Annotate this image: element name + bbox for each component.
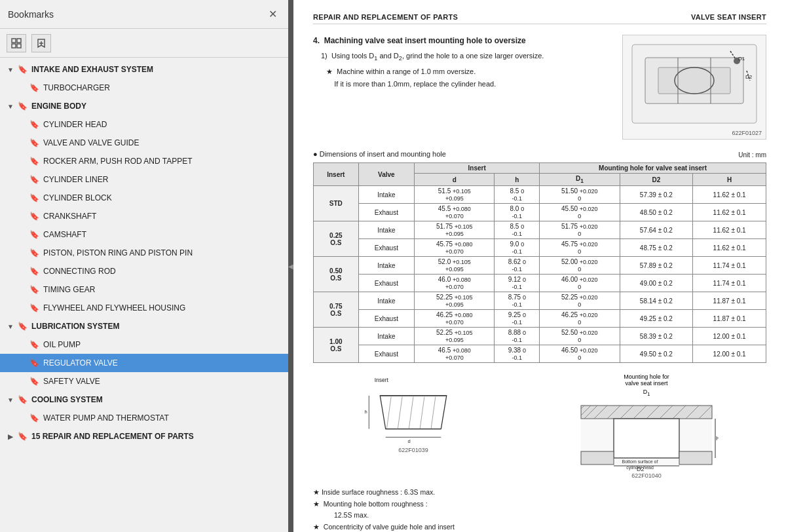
- sidebar-label-repair15: 15 REPAIR AND REPLACEMENT OF PARTS: [31, 432, 194, 441]
- svg-text:cylinder head: cylinder head: [626, 465, 654, 470]
- bookmark-icon-water-pump: 🔖: [29, 413, 39, 423]
- svg-marker-18: [380, 396, 447, 429]
- bookmark-icon-regulator-valve: 🔖: [29, 358, 39, 368]
- svg-rect-45: [581, 451, 614, 465]
- svg-rect-44: [614, 419, 679, 458]
- bookmark-icon-turbocharger: 🔖: [29, 83, 39, 93]
- sidebar-label-timing-gear: TIMING GEAR: [43, 285, 95, 294]
- expand-arrow-lubrication: ▼: [5, 321, 16, 332]
- sidebar-item-oil-pump[interactable]: 🔖 OIL PUMP: [0, 335, 288, 354]
- sidebar-label-regulator-valve: REGULATOR VALVE: [43, 358, 118, 368]
- sidebar-label-rocker-arm: ROCKER ARM, PUSH ROD AND TAPPET: [43, 157, 193, 166]
- sidebar-item-turbocharger[interactable]: 🔖 TURBOCHARGER: [0, 79, 288, 97]
- svg-rect-8: [658, 67, 730, 94]
- sidebar-item-rocker-arm[interactable]: 🔖 ROCKER ARM, PUSH ROD AND TAPPET: [0, 152, 288, 170]
- svg-text:Bottom surface of: Bottom surface of: [622, 459, 658, 464]
- step-title: 4. Machining valve seat insert mounting …: [313, 35, 612, 47]
- sidebar-item-cylinder-liner[interactable]: 🔖 CYLINDER LINER: [0, 170, 288, 189]
- sidebar-item-lubrication[interactable]: ▼ 🔖 LUBRICATION SYSTEM: [0, 317, 288, 335]
- notes-section: ★ Inside surface roughness : 6.3S max. ★…: [313, 487, 766, 532]
- bookmark-icon-connecting-rod: 🔖: [29, 266, 39, 276]
- table-row: Exhaust 46.25 +0.080+0.070 9.25 0-0.1 46…: [314, 310, 766, 328]
- bookmark-icon-crankshaft: 🔖: [29, 211, 39, 221]
- svg-text:D2: D2: [745, 74, 753, 80]
- sidebar-content[interactable]: ▼ 🔖 INTAKE AND EXHAUST SYSTEM 🔖 TURBOCHA…: [0, 58, 288, 532]
- doc-header: REPAIR AND REPLACEMENT OF PARTS VALVE SE…: [313, 13, 766, 24]
- sidebar-item-repair-15[interactable]: ▶ 🔖 15 REPAIR AND REPLACEMENT OF PARTS: [0, 427, 288, 446]
- sidebar-item-connecting-rod[interactable]: 🔖 CONNECTING ROD: [0, 262, 288, 280]
- insert-diagram-svg: Insert h d: [361, 373, 466, 446]
- sidebar-label-oil-pump: OIL PUMP: [43, 340, 81, 349]
- sidebar-label-turbocharger: TURBOCHARGER: [43, 83, 110, 92]
- bookmark-add-icon: [36, 38, 47, 48]
- sidebar-item-piston[interactable]: 🔖 PISTON, PISTON RING AND PISTON PIN: [0, 244, 288, 262]
- diagram-section: Insert h d 622F01039 Mountin: [313, 373, 766, 479]
- bookmark-icon-repair15: 🔖: [17, 431, 28, 442]
- table-row: 1.00O.S Intake 52.25 +0.105+0.095 8.88 0…: [314, 328, 766, 345]
- bookmark-icon-engine: 🔖: [17, 101, 28, 111]
- col-d: d: [415, 174, 495, 186]
- sidebar-item-regulator-valve[interactable]: 🔖 REGULATOR VALVE: [0, 354, 288, 372]
- diagram2-subtitle: D1: [643, 389, 650, 397]
- note1: ★ Inside surface roughness : 6.3S max.: [313, 487, 766, 499]
- col-d2: D2: [620, 174, 693, 186]
- sidebar-header: Bookmarks ✕: [0, 0, 288, 29]
- svg-text:D1: D1: [738, 56, 745, 62]
- main-content: REPAIR AND REPLACEMENT OF PARTS VALVE SE…: [293, 0, 786, 532]
- sidebar-label-piston: PISTON, PISTON RING AND PISTON PIN: [43, 248, 193, 257]
- diagram2-title: Mounting hole forvalve seat insert: [624, 373, 669, 387]
- grid-view-button[interactable]: [7, 34, 26, 52]
- bookmark-icon-intake: 🔖: [17, 64, 28, 75]
- sidebar-item-water-pump[interactable]: 🔖 WATER PUMP AND THERMOSTAT: [0, 409, 288, 427]
- sidebar-item-timing-gear[interactable]: 🔖 TIMING GEAR: [0, 280, 288, 299]
- unit-label: Unit : mm: [738, 151, 766, 159]
- sidebar-item-valve-guide[interactable]: 🔖 VALVE AND VALVE GUIDE: [0, 134, 288, 152]
- sidebar-item-intake[interactable]: ▼ 🔖 INTAKE AND EXHAUST SYSTEM: [0, 60, 288, 79]
- bullet2: If it is more than 1.0mm, replace the cy…: [326, 79, 612, 90]
- col-mounting-group: Mounting hole for valve seat insert: [540, 163, 766, 174]
- table-row: Exhaust 46.5 +0.080+0.070 9.38 0-0.1 46.…: [314, 345, 766, 363]
- group-std: STD: [314, 186, 359, 221]
- image-caption-1: 622F01027: [732, 130, 762, 136]
- table-row: Exhaust 45.75 +0.080+0.070 9.0 0-0.1 45.…: [314, 239, 766, 257]
- bookmark-icon-timing-gear: 🔖: [29, 284, 39, 295]
- svg-rect-1: [17, 39, 21, 43]
- expand-arrow-repair15: ▶: [5, 431, 16, 442]
- diagram-insert: Insert h d 622F01039: [361, 373, 466, 479]
- bookmark-icon-cooling: 🔖: [17, 394, 28, 405]
- diagram-caption-2: 622F01040: [631, 472, 662, 479]
- note2: ★ Mounting hole bottom roughness :: [313, 499, 766, 510]
- step-diagram: D1 D2: [626, 38, 763, 136]
- sidebar-item-cylinder-block[interactable]: 🔖 CYLINDER BLOCK: [0, 189, 288, 207]
- sidebar-item-camshaft[interactable]: 🔖 CAMSHAFT: [0, 225, 288, 244]
- bookmark-icon-cylinder-liner: 🔖: [29, 174, 39, 185]
- sidebar-item-crankshaft[interactable]: 🔖 CRANKSHAFT: [0, 207, 288, 225]
- table-row: 0.50O.S Intake 52.0 +0.105+0.095 8.62 0-…: [314, 257, 766, 275]
- svg-rect-46: [679, 451, 712, 465]
- close-button[interactable]: ✕: [265, 7, 280, 22]
- step-text: 4. Machining valve seat insert mounting …: [313, 35, 612, 140]
- resize-handle[interactable]: ◀: [288, 0, 293, 532]
- dimensions-label: ● Dimensions of insert and mounting hole: [313, 150, 446, 158]
- mounting-hole-svg: H D2 Bottom surface of cylinder head: [574, 399, 719, 471]
- table-row: Exhaust 46.0 +0.080+0.070 9.12 0-0.1 46.…: [314, 275, 766, 292]
- sidebar-item-flywheel[interactable]: 🔖 FLYWHEEL AND FLYWHEEL HOUSING: [0, 299, 288, 317]
- bookmark-icon-oil-pump: 🔖: [29, 339, 39, 350]
- sidebar-item-engine-body[interactable]: ▼ 🔖 ENGINE BODY: [0, 97, 288, 115]
- sidebar-label-lubrication: LUBRICATION SYSTEM: [31, 322, 119, 331]
- sidebar-item-cooling[interactable]: ▼ 🔖 COOLING SYSTEM: [0, 390, 288, 409]
- svg-text:H: H: [716, 435, 719, 442]
- sidebar-label-engine: ENGINE BODY: [31, 102, 86, 111]
- sidebar-item-cylinder-head[interactable]: 🔖 CYLINDER HEAD: [0, 115, 288, 134]
- expand-arrow-intake: ▼: [5, 64, 16, 75]
- sidebar-item-safety-valve[interactable]: 🔖 SAFETY VALVE: [0, 372, 288, 390]
- step-sub-text: 1) Using tools D1 and D2, grind the hole…: [321, 50, 612, 64]
- step-section: 4. Machining valve seat insert mounting …: [313, 35, 766, 140]
- sidebar-label-cylinder-head: CYLINDER HEAD: [43, 120, 107, 129]
- grid-icon: [11, 38, 22, 48]
- svg-rect-2: [12, 44, 16, 48]
- bookmark-icon-valve-guide: 🔖: [29, 138, 39, 148]
- col-insert: Insert: [314, 163, 359, 186]
- sidebar-title: Bookmarks: [8, 9, 54, 20]
- bookmark-add-button[interactable]: [31, 34, 51, 52]
